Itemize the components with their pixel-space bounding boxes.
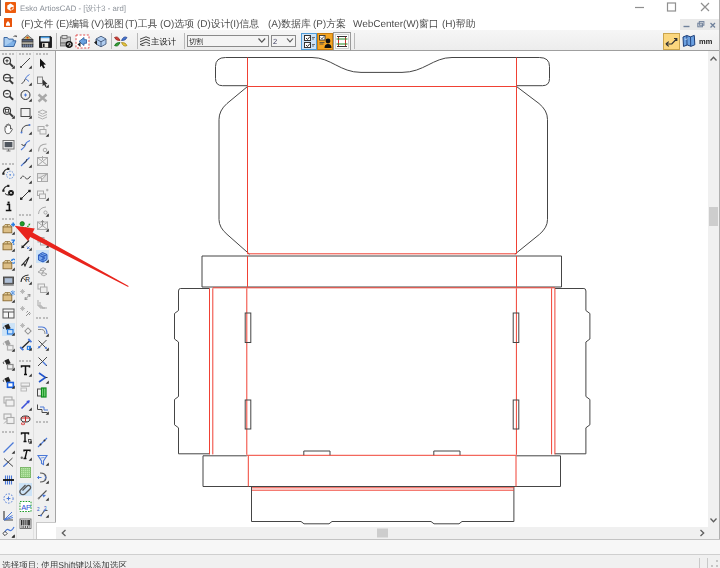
svg-text:2: 2 xyxy=(37,507,40,512)
svg-text:P: P xyxy=(26,502,31,511)
